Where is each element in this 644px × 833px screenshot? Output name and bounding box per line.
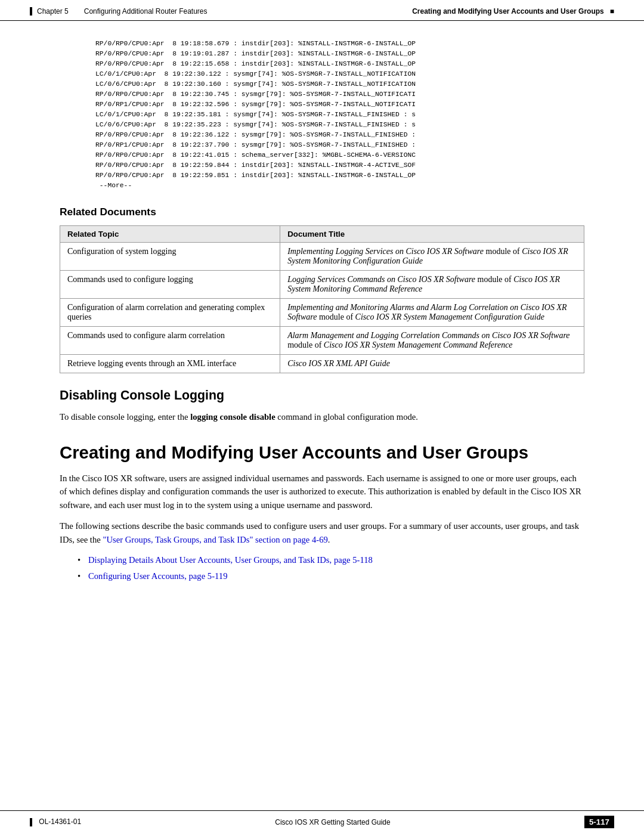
footer-guide-title: Cisco IOS XR Getting Started Guide bbox=[275, 818, 390, 826]
table-row: Retrieve logging events through an XML i… bbox=[60, 354, 584, 373]
footer-bar-icon bbox=[30, 818, 32, 826]
bullet-link-2-text: Configuring User Accounts, page 5-119 bbox=[88, 571, 228, 581]
table-cell-doc: Logging Services Commands on Cisco IOS X… bbox=[280, 270, 584, 298]
table-col2-header: Document Title bbox=[280, 225, 584, 242]
header-section-title: Creating and Modifying User Accounts and… bbox=[412, 7, 604, 16]
list-item: Displaying Details About User Accounts, … bbox=[78, 553, 584, 566]
table-row: Commands used to configure alarm correla… bbox=[60, 326, 584, 354]
disabling-body: To disable console logging, enter the lo… bbox=[60, 410, 584, 424]
header-chapter-label: Chapter 5 bbox=[37, 7, 69, 16]
table-row: Configuration of system logging Implemen… bbox=[60, 242, 584, 270]
table-cell-topic: Commands used to configure logging bbox=[60, 270, 280, 298]
table-cell-doc: Alarm Management and Logging Correlation… bbox=[280, 326, 584, 354]
disabling-text-prefix: To disable console logging, enter the bbox=[60, 412, 190, 422]
table-cell-topic: Configuration of alarm correlation and g… bbox=[60, 298, 280, 326]
table-cell-topic: Commands used to configure alarm correla… bbox=[60, 326, 280, 354]
page-number: 5-117 bbox=[584, 816, 614, 828]
table-cell-doc: Implementing Logging Services on Cisco I… bbox=[280, 242, 584, 270]
user-groups-link-text: "User Groups, Task Groups, and Task IDs" bbox=[103, 535, 253, 544]
disabling-text-suffix: command in global configuration mode. bbox=[275, 412, 418, 422]
bullet-list: Displaying Details About User Accounts, … bbox=[78, 553, 584, 583]
disabling-heading: Disabling Console Logging bbox=[60, 388, 584, 403]
bullet-link-1-text: Displaying Details About User Accounts, … bbox=[88, 555, 373, 565]
footer-doc-number: OL-14361-01 bbox=[39, 817, 81, 826]
header-right: Creating and Modifying User Accounts and… bbox=[412, 7, 614, 16]
header-right-bar: ■ bbox=[610, 7, 614, 16]
page-header: Chapter 5 Configuring Additional Router … bbox=[0, 0, 644, 21]
table-cell-topic: Retrieve logging events through an XML i… bbox=[60, 354, 280, 373]
creating-para1: In the Cisco IOS XR software, users are … bbox=[60, 472, 584, 512]
header-left: Chapter 5 Configuring Additional Router … bbox=[30, 7, 208, 16]
creating-para2-suffix: . bbox=[328, 535, 330, 544]
header-chapter-title: Configuring Additional Router Features bbox=[84, 7, 208, 16]
related-documents-heading: Related Documents bbox=[60, 206, 584, 218]
table-cell-doc: Implementing and Monitoring Alarms and A… bbox=[280, 298, 584, 326]
creating-heading: Creating and Modifying User Accounts and… bbox=[60, 442, 584, 463]
creating-para2: The following sections describe the basi… bbox=[60, 519, 584, 546]
page-ref-link-text: section on page 4-69 bbox=[253, 535, 327, 544]
footer-center: Cisco IOS XR Getting Started Guide bbox=[275, 818, 390, 826]
list-item: Configuring User Accounts, page 5-119 bbox=[78, 569, 584, 583]
page: Chapter 5 Configuring Additional Router … bbox=[0, 0, 644, 833]
bullet-link-1[interactable]: Displaying Details About User Accounts, … bbox=[88, 555, 373, 565]
related-documents-table: Related Topic Document Title Configurati… bbox=[60, 225, 584, 373]
footer-left: OL-14361-01 bbox=[30, 817, 81, 826]
header-bar-icon bbox=[30, 7, 32, 16]
disabling-command: logging console disable bbox=[190, 412, 275, 422]
page-footer: OL-14361-01 Cisco IOS XR Getting Started… bbox=[0, 810, 644, 833]
table-col1-header: Related Topic bbox=[60, 225, 280, 242]
page-ref-link[interactable]: section on page 4-69 bbox=[253, 535, 327, 544]
table-row: Configuration of alarm correlation and g… bbox=[60, 298, 584, 326]
table-cell-topic: Configuration of system logging bbox=[60, 242, 280, 270]
main-content: RP/0/RP0/CPU0:Apr 8 19:18:58.679 : instd… bbox=[0, 21, 644, 623]
bullet-link-2[interactable]: Configuring User Accounts, page 5-119 bbox=[88, 571, 228, 581]
table-row: Commands used to configure logging Loggi… bbox=[60, 270, 584, 298]
footer-right: 5-117 bbox=[584, 816, 614, 828]
table-cell-doc: Cisco IOS XR XML API Guide bbox=[280, 354, 584, 373]
code-block: RP/0/RP0/CPU0:Apr 8 19:18:58.679 : instd… bbox=[95, 39, 584, 191]
user-groups-link[interactable]: "User Groups, Task Groups, and Task IDs" bbox=[103, 535, 253, 544]
